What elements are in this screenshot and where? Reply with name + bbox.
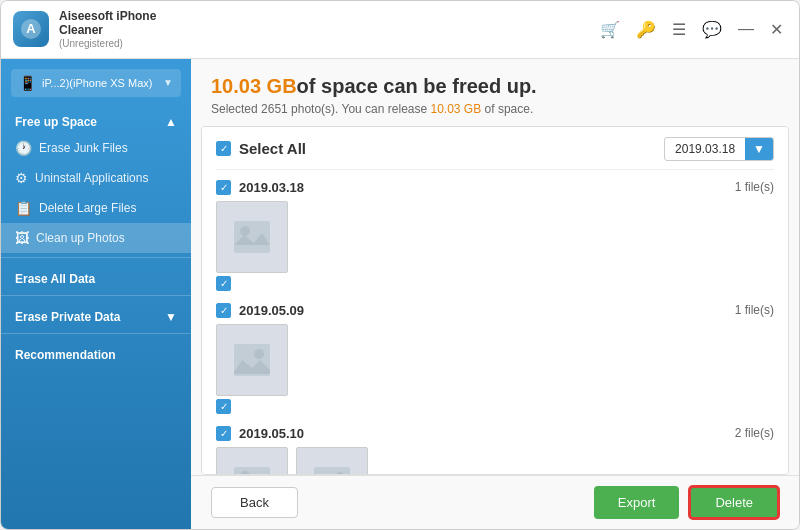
main-area: 📱 iP...2)(iPhone XS Max) ▼ Free up Space…: [1, 59, 799, 529]
app-window: A Aiseesoft iPhone Cleaner (Unregistered…: [0, 0, 800, 530]
date-filter-dropdown[interactable]: 2019.03.18 ▼: [664, 137, 774, 161]
app-logo: A: [13, 11, 49, 47]
photo-group-3-checkbox[interactable]: ✓: [216, 426, 231, 441]
svg-point-3: [240, 226, 250, 236]
close-icon[interactable]: ✕: [766, 18, 787, 41]
gear-icon: ⚙: [15, 170, 28, 186]
select-all-row: ✓ Select All 2019.03.18 ▼: [216, 137, 774, 170]
back-button[interactable]: Back: [211, 487, 298, 518]
photo-group-3-date: 2019.05.10: [239, 426, 304, 441]
clean-photos-label: Clean up Photos: [36, 231, 125, 245]
freed-subtitle: Selected 2651 photo(s). You can release …: [211, 102, 779, 116]
photo-thumb-3-2[interactable]: [296, 447, 368, 475]
photo-thumb-2-1[interactable]: [216, 324, 288, 396]
cart-icon[interactable]: 🛒: [596, 18, 624, 41]
sidebar-section-recommendation[interactable]: Recommendation: [1, 338, 191, 367]
photo-group-1-header: ✓ 2019.03.18 1 file(s): [216, 180, 774, 195]
photo-group-1-thumbnails: ✓: [216, 201, 774, 291]
chat-icon[interactable]: 💬: [698, 18, 726, 41]
photo-thumb-wrapper-2-1: ✓: [216, 324, 288, 414]
clock-icon: 🕐: [15, 140, 32, 156]
file-icon: 📋: [15, 200, 32, 216]
svg-point-5: [254, 349, 264, 359]
recommendation-label: Recommendation: [15, 348, 116, 362]
delete-button[interactable]: Delete: [689, 486, 779, 519]
sidebar-divider-3: [1, 333, 191, 334]
title-bar-actions: 🛒 🔑 ☰ 💬 — ✕: [596, 18, 787, 41]
svg-text:A: A: [26, 21, 36, 36]
photo-group-3-thumbnails: ✓ ✓: [216, 447, 774, 475]
subtitle-orange: 10.03 GB: [431, 102, 482, 116]
photo-thumb-2-1-checkbox[interactable]: ✓: [216, 399, 231, 414]
photo-group-1-date: 2019.03.18: [239, 180, 304, 195]
action-buttons: Export Delete: [594, 486, 779, 519]
photo-thumb-1-1[interactable]: [216, 201, 288, 273]
minimize-icon[interactable]: —: [734, 18, 758, 40]
photo-group-1-left: ✓ 2019.03.18: [216, 180, 304, 195]
freed-title-suffix: of space can be freed up.: [297, 75, 537, 97]
sidebar-divider-2: [1, 295, 191, 296]
delete-large-label: Delete Large Files: [39, 201, 136, 215]
content-header: 10.03 GBof space can be freed up. Select…: [191, 59, 799, 126]
app-title-block: Aiseesoft iPhone Cleaner (Unregistered): [59, 9, 156, 50]
select-all-left: ✓ Select All: [216, 140, 306, 157]
photo-thumb-1-1-checkbox[interactable]: ✓: [216, 276, 231, 291]
app-name: Aiseesoft iPhone: [59, 9, 156, 23]
photo-group-2-header: ✓ 2019.05.09 1 file(s): [216, 303, 774, 318]
photo-group-1-count: 1 file(s): [735, 180, 774, 194]
device-name: iP...2)(iPhone XS Max): [42, 77, 163, 89]
content-panel: 10.03 GBof space can be freed up. Select…: [191, 59, 799, 529]
sidebar-section-erase-all[interactable]: Erase All Data: [1, 262, 191, 291]
subtitle-suffix: of space.: [481, 102, 533, 116]
date-filter-value: 2019.03.18: [665, 138, 745, 160]
photo-thumb-wrapper-3-2: ✓: [296, 447, 368, 475]
photo-group-2-date: 2019.05.09: [239, 303, 304, 318]
sidebar-item-erase-junk[interactable]: 🕐 Erase Junk Files: [1, 133, 191, 163]
key-icon[interactable]: 🔑: [632, 18, 660, 41]
erase-private-expand-icon[interactable]: ▼: [165, 310, 177, 324]
device-selector[interactable]: 📱 iP...2)(iPhone XS Max) ▼: [11, 69, 181, 97]
sidebar-item-uninstall-apps[interactable]: ⚙ Uninstall Applications: [1, 163, 191, 193]
photo-thumb-3-1[interactable]: [216, 447, 288, 475]
app-name2: Cleaner: [59, 23, 156, 37]
sidebar: 📱 iP...2)(iPhone XS Max) ▼ Free up Space…: [1, 59, 191, 529]
menu-icon[interactable]: ☰: [668, 18, 690, 41]
sidebar-item-delete-large[interactable]: 📋 Delete Large Files: [1, 193, 191, 223]
svg-rect-8: [314, 467, 350, 475]
photo-group-1: ✓ 2019.03.18 1 file(s): [216, 180, 774, 291]
title-bar: A Aiseesoft iPhone Cleaner (Unregistered…: [1, 1, 799, 59]
free-up-space-label: Free up Space: [15, 115, 97, 129]
app-sub: (Unregistered): [59, 38, 156, 50]
photo-group-3-header: ✓ 2019.05.10 2 file(s): [216, 426, 774, 441]
photo-group-3-count: 2 file(s): [735, 426, 774, 440]
export-button[interactable]: Export: [594, 486, 680, 519]
title-bar-left: A Aiseesoft iPhone Cleaner (Unregistered…: [13, 9, 156, 50]
free-up-space-collapse-icon[interactable]: ▲: [165, 115, 177, 129]
photo-icon: 🖼: [15, 230, 29, 246]
photo-group-3: ✓ 2019.05.10 2 file(s): [216, 426, 774, 475]
uninstall-apps-label: Uninstall Applications: [35, 171, 148, 185]
select-all-checkbox[interactable]: ✓: [216, 141, 231, 156]
photo-group-2-thumbnails: ✓: [216, 324, 774, 414]
sidebar-section-erase-private[interactable]: Erase Private Data ▼: [1, 300, 191, 329]
erase-junk-label: Erase Junk Files: [39, 141, 128, 155]
photo-list-area[interactable]: ✓ Select All 2019.03.18 ▼ ✓ 2019.03.18: [201, 126, 789, 475]
device-dropdown-arrow: ▼: [163, 77, 173, 88]
erase-private-label: Erase Private Data: [15, 310, 120, 324]
date-filter-chevron[interactable]: ▼: [745, 138, 773, 160]
photo-group-2: ✓ 2019.05.09 1 file(s): [216, 303, 774, 414]
phone-icon: 📱: [19, 75, 36, 91]
photo-thumb-wrapper-1-1: ✓: [216, 201, 288, 291]
photo-group-2-checkbox[interactable]: ✓: [216, 303, 231, 318]
subtitle-text: Selected 2651 photo(s). You can release: [211, 102, 431, 116]
sidebar-item-clean-photos[interactable]: 🖼 Clean up Photos: [1, 223, 191, 253]
erase-all-label: Erase All Data: [15, 272, 95, 286]
freed-size: 10.03 GB: [211, 75, 297, 97]
photo-group-1-checkbox[interactable]: ✓: [216, 180, 231, 195]
sidebar-divider-1: [1, 257, 191, 258]
photo-group-3-left: ✓ 2019.05.10: [216, 426, 304, 441]
photo-thumb-wrapper-3-1: ✓: [216, 447, 288, 475]
svg-rect-6: [234, 467, 270, 475]
photo-group-2-count: 1 file(s): [735, 303, 774, 317]
bottom-bar: Back Export Delete: [191, 475, 799, 529]
